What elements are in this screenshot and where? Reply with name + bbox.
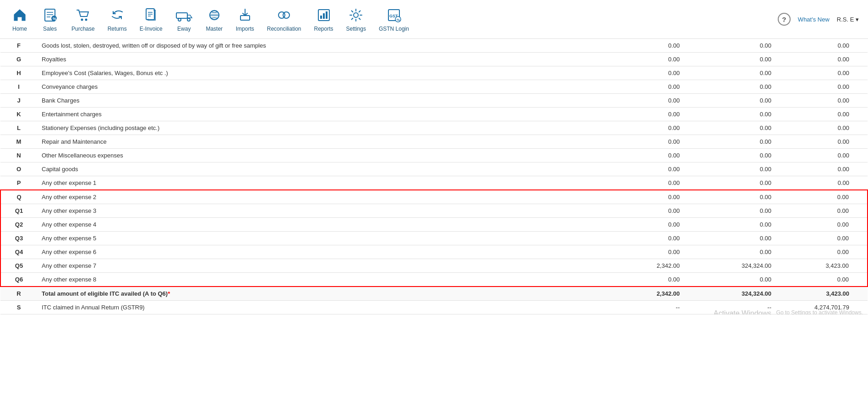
- nav-gstn-login[interactable]: GST % GSTN Login: [372, 3, 415, 36]
- row-col3: 0.00: [776, 39, 868, 53]
- row-col1: 0.00: [593, 66, 684, 80]
- row-col3: 0.00: [776, 135, 868, 149]
- s-col1: --: [593, 301, 684, 314]
- row-col1: 0.00: [593, 121, 684, 135]
- row-desc: Any other expense 8: [37, 273, 593, 287]
- table-row: Q6 Any other expense 8 0.00 0.00 0.00: [0, 273, 868, 287]
- row-col2: 0.00: [684, 218, 776, 232]
- row-col1: 0.00: [593, 80, 684, 94]
- row-desc: Other Miscellaneous expenses: [37, 149, 593, 162]
- row-col1: 0.00: [593, 149, 684, 162]
- row-col1: 0.00: [593, 108, 684, 121]
- s-col3: 4,274,701.79 Go to Settings to activate …: [776, 301, 868, 314]
- row-col3: 0.00: [776, 80, 868, 94]
- row-col3: 0.00: [776, 232, 868, 245]
- row-col2: 0.00: [684, 176, 776, 190]
- row-col2: 0.00: [684, 108, 776, 121]
- table-row: Q2 Any other expense 4 0.00 0.00 0.00: [0, 218, 868, 232]
- row-col1: 2,342.00: [593, 259, 684, 273]
- table-row: Q1 Any other expense 3 0.00 0.00 0.00: [0, 204, 868, 218]
- imports-icon: [236, 6, 254, 24]
- row-desc: Capital goods: [37, 162, 593, 176]
- table-row: L Stationery Expenses (including postage…: [0, 121, 868, 135]
- s-key: S: [0, 301, 37, 314]
- row-col3: 0.00: [776, 176, 868, 190]
- nav-eway[interactable]: Eway: [169, 3, 199, 36]
- row-col3: 0.00: [776, 94, 868, 108]
- svg-rect-23: [323, 13, 325, 19]
- einvoice-label: E-Invoice: [140, 26, 163, 32]
- nav-reconciliation[interactable]: Reconciliation: [261, 3, 308, 36]
- reconciliation-icon: [275, 6, 293, 24]
- row-key: Q4: [0, 245, 37, 259]
- nav-einvoice[interactable]: E-Invoice: [133, 3, 169, 36]
- svg-rect-24: [326, 11, 328, 19]
- returns-label: Returns: [108, 26, 127, 32]
- row-col3: 0.00: [776, 149, 868, 162]
- row-col3: 0.00: [776, 66, 868, 80]
- row-col2: 0.00: [684, 245, 776, 259]
- row-desc: Any other expense 6: [37, 245, 593, 259]
- row-col1: 0.00: [593, 53, 684, 66]
- row-col1: 0.00: [593, 273, 684, 287]
- svg-rect-18: [240, 16, 250, 20]
- row-desc: Any other expense 2: [37, 190, 593, 204]
- row-col3: 0.00: [776, 190, 868, 204]
- row-col3: 0.00: [776, 121, 868, 135]
- row-desc: Any other expense 3: [37, 204, 593, 218]
- svg-text:%: %: [397, 18, 400, 22]
- nav-settings[interactable]: Settings: [340, 3, 372, 36]
- row-key: G: [0, 53, 37, 66]
- s-col2: -- Activate Windows: [684, 301, 776, 314]
- gstn-login-label: GSTN Login: [379, 26, 409, 32]
- row-key: K: [0, 108, 37, 121]
- table-row: Q4 Any other expense 6 0.00 0.00 0.00: [0, 245, 868, 259]
- table-row: Q Any other expense 2 0.00 0.00 0.00: [0, 190, 868, 204]
- svg-point-13: [178, 18, 181, 21]
- row-col1: 0.00: [593, 135, 684, 149]
- row-s: S ITC claimed in Annual Return (GSTR9) -…: [0, 301, 868, 314]
- row-col2: 0.00: [684, 94, 776, 108]
- total-col3: 3,423.00: [776, 287, 868, 301]
- user-menu[interactable]: R.S. E ▾: [837, 16, 859, 23]
- row-col2: 0.00: [684, 53, 776, 66]
- row-desc: Any other expense 1: [37, 176, 593, 190]
- total-desc: Total amount of eligible ITC availed (A …: [37, 287, 593, 301]
- row-col3: 3,423.00: [776, 259, 868, 273]
- reconciliation-label: Reconciliation: [267, 26, 301, 32]
- row-col1: 0.00: [593, 204, 684, 218]
- settings-label: Settings: [346, 26, 366, 32]
- whats-new-button[interactable]: What's New: [798, 16, 830, 23]
- row-col1: 0.00: [593, 94, 684, 108]
- svg-rect-12: [176, 13, 187, 18]
- total-col2: 324,324.00: [684, 287, 776, 301]
- gstn-icon: GST %: [385, 6, 403, 24]
- row-col2: 0.00: [684, 39, 776, 53]
- nav-returns[interactable]: Returns: [101, 3, 133, 36]
- settings-icon: [347, 6, 365, 24]
- nav-sales[interactable]: % Sales: [35, 3, 65, 36]
- row-col3: 0.00: [776, 218, 868, 232]
- nav-imports[interactable]: Imports: [229, 3, 261, 36]
- row-desc: Stationery Expenses (including postage e…: [37, 121, 593, 135]
- nav-reports[interactable]: Reports: [308, 3, 340, 36]
- svg-point-25: [354, 13, 358, 17]
- nav-purchase[interactable]: Purchase: [65, 3, 101, 36]
- table-row: H Employee's Cost (Salaries, Wages, Bonu…: [0, 66, 868, 80]
- row-desc: Bank Charges: [37, 94, 593, 108]
- row-key: Q: [0, 190, 37, 204]
- row-col1: 0.00: [593, 39, 684, 53]
- row-key: Q2: [0, 218, 37, 232]
- table-row: Q5 Any other expense 7 2,342.00 324,324.…: [0, 259, 868, 273]
- row-col1: 0.00: [593, 190, 684, 204]
- reports-label: Reports: [314, 26, 333, 32]
- eway-label: Eway: [177, 26, 191, 32]
- nav-home[interactable]: Home: [5, 3, 35, 36]
- row-key: Q6: [0, 273, 37, 287]
- einvoice-icon: [142, 6, 160, 24]
- sales-label: Sales: [43, 26, 57, 32]
- help-button[interactable]: ?: [778, 13, 791, 26]
- nav-master[interactable]: Master: [199, 3, 229, 36]
- row-col3: 0.00: [776, 245, 868, 259]
- table-row: Q3 Any other expense 5 0.00 0.00 0.00: [0, 232, 868, 245]
